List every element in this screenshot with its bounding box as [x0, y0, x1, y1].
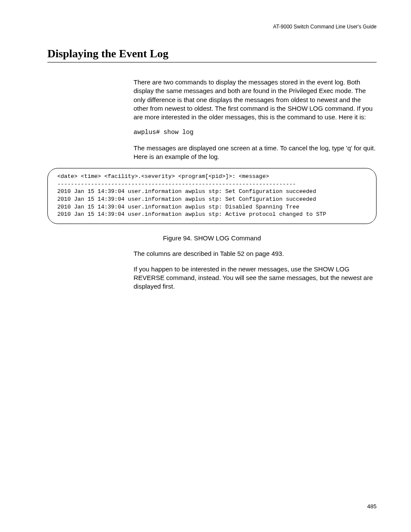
- paragraph: The columns are described in Table 52 on…: [134, 249, 377, 258]
- command-line: awplus# show log: [134, 128, 377, 137]
- paragraph: The messages are displayed one screen at…: [134, 144, 377, 162]
- body-column: The columns are described in Table 52 on…: [134, 249, 377, 291]
- section-title: Displaying the Event Log: [47, 47, 377, 62]
- figure-caption: Figure 94. SHOW LOG Command: [47, 234, 377, 242]
- running-header: AT-9000 Switch Command Line User's Guide: [273, 24, 377, 30]
- paragraph: There are two commands to display the me…: [134, 78, 377, 121]
- page-number: 485: [367, 503, 377, 510]
- paragraph: If you happen to be interested in the ne…: [134, 265, 377, 291]
- body-column: There are two commands to display the me…: [134, 78, 377, 161]
- terminal-output-box: <date> <time> <facility>.<severity> <pro…: [47, 168, 377, 224]
- document-page: AT-9000 Switch Command Line User's Guide…: [0, 0, 411, 532]
